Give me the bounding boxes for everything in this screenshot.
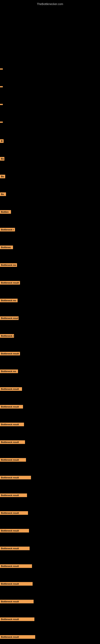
bar-item: Bo (0, 192, 6, 196)
bar-item: Bottleneck result (0, 405, 23, 408)
bar-label: Bottleneck resul (0, 316, 19, 320)
bar-label: Bo (0, 157, 4, 160)
bar-item: Bottleneck result (0, 440, 25, 444)
bar-label: Bottleneck res (0, 263, 17, 267)
bar-item: Bottleneck res (0, 370, 18, 373)
bar-item: Bottleneck result (0, 600, 34, 603)
bar-item: Bottleneck result (0, 458, 26, 462)
bar-item: Bottleneck result (0, 494, 27, 497)
bar-item: Bottleneck result (0, 281, 20, 284)
bar-label: Bottleneck result (0, 422, 24, 426)
bar-label: Bottleneck result (0, 494, 27, 497)
bar-item (0, 122, 3, 123)
bar-label: Bottleneck result (0, 405, 23, 408)
bar-item: Bo (0, 157, 4, 160)
bar-label (0, 122, 3, 123)
bar-label: Bottleneck result (0, 529, 29, 532)
bar-label: Bottlenec (0, 246, 13, 249)
bar-label: Bottleneck result (0, 618, 34, 621)
bar-item: Bottleneck result (0, 546, 30, 550)
bar-item (0, 86, 3, 87)
bar-item: Bottlen (0, 210, 11, 214)
bar-label: Bottleneck result (0, 600, 34, 603)
bar-label: Bo (0, 192, 6, 196)
bar-item: Bottleneck r (0, 334, 14, 338)
bar-item: Bottleneck result (0, 352, 20, 356)
bar-label: Bottleneck result (0, 458, 26, 462)
bar-label: Bottleneck result (0, 352, 20, 356)
bar-label (0, 86, 3, 87)
bar-item: Bottleneck result (0, 635, 35, 639)
bar-item: Bottleneck result (0, 618, 34, 621)
bar-label: Bottleneck result (0, 564, 32, 568)
bar-item: Bottleneck resul (0, 316, 19, 320)
bar-label: Bottleneck result (0, 387, 22, 391)
bar-item: Bottleneck result (0, 476, 31, 480)
bar-item: Bottleneck result (0, 387, 22, 391)
bar-item: Bottlenec (0, 246, 13, 249)
bar-label: Bottleneck r (0, 334, 14, 338)
bar-label: B (0, 139, 3, 143)
bar-label (0, 104, 3, 105)
bar-item (0, 68, 3, 70)
bar-item: Bottleneck result (0, 582, 33, 586)
bar-label: Bottleneck result (0, 582, 33, 586)
bar-item: Bottleneck result (0, 529, 29, 532)
bar-label: Bottleneck r (0, 228, 15, 232)
bar-item (0, 104, 3, 105)
bar-item: Bottleneck result (0, 564, 32, 568)
site-title: TheBottlenecker.com (0, 1, 100, 6)
bar-label: Bottleneck result (0, 546, 30, 550)
bar-item: Bottleneck res (0, 299, 18, 302)
bar-label: Bottleneck result (0, 476, 31, 480)
bar-item: Bottleneck r (0, 228, 15, 232)
bar-label: Bottleneck result (0, 440, 25, 444)
bar-label: Bottlen (0, 210, 11, 214)
bar-item: Bottleneck result (0, 511, 28, 515)
bar-label: Bottleneck res (0, 370, 18, 373)
bar-label: Bottleneck result (0, 635, 35, 639)
bar-label: Bo (0, 175, 5, 178)
bar-item: Bottleneck result (0, 422, 24, 426)
bar-item: B (0, 139, 3, 143)
bar-item: Bo (0, 175, 5, 178)
bar-item: Bottleneck res (0, 263, 17, 267)
bar-label: Bottleneck result (0, 511, 28, 515)
bar-label: Bottleneck result (0, 281, 20, 284)
bar-label: Bottleneck res (0, 299, 18, 302)
bar-label (0, 68, 3, 70)
